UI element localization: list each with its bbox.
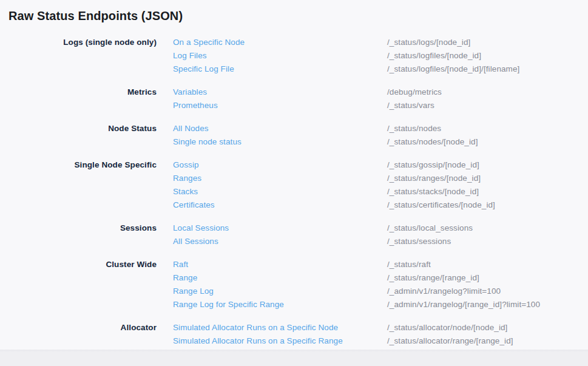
- category-label-cluster-wide: Cluster Wide: [0, 258, 157, 311]
- paths-column: /debug/metrics /_status/vars: [371, 86, 588, 112]
- endpoint-link-on-a-specific-node[interactable]: On a Specific Node: [173, 36, 371, 49]
- endpoint-path: /_status/logfiles/[node_id]: [387, 49, 588, 63]
- paths-column: /_status/raft /_status/range/[range_id] …: [371, 258, 588, 311]
- endpoint-path: /_status/sessions: [387, 235, 588, 248]
- endpoint-path: /_status/allocator/node/[node_id]: [387, 321, 588, 334]
- endpoint-path: /_status/vars: [387, 99, 588, 112]
- links-column: Simulated Allocator Runs on a Specific N…: [157, 321, 371, 348]
- endpoint-link-local-sessions[interactable]: Local Sessions: [173, 222, 371, 235]
- category-label-logs: Logs (single node only): [0, 36, 157, 76]
- paths-column: /_status/nodes /_status/nodes/[node_id]: [371, 122, 588, 149]
- endpoint-link-variables[interactable]: Variables: [173, 86, 371, 99]
- category-label-metrics: Metrics: [0, 86, 157, 112]
- endpoint-link-all-nodes[interactable]: All Nodes: [173, 122, 371, 135]
- endpoint-path: /_status/certificates/[node_id]: [387, 198, 588, 212]
- endpoint-path: /_status/gossip/[node_id]: [387, 158, 588, 172]
- endpoint-path: /_status/stacks/[node_id]: [387, 185, 588, 198]
- endpoint-link-specific-log-file[interactable]: Specific Log File: [173, 63, 371, 76]
- category-label-single-node-specific: Single Node Specific: [0, 158, 157, 212]
- endpoint-link-gossip[interactable]: Gossip: [173, 158, 371, 172]
- page-title: Raw Status Endpoints (JSON): [8, 7, 588, 24]
- endpoint-link-raft[interactable]: Raft: [173, 258, 371, 271]
- links-column: Raft Range Range Log Range Log for Speci…: [157, 258, 371, 311]
- endpoint-link-certificates[interactable]: Certificates: [173, 198, 371, 212]
- links-column: All Nodes Single node status: [157, 122, 371, 149]
- endpoint-link-single-node-status[interactable]: Single node status: [173, 135, 371, 149]
- endpoint-link-range-log[interactable]: Range Log: [173, 285, 371, 298]
- endpoint-path: /_status/nodes: [387, 122, 588, 135]
- endpoint-link-ranges[interactable]: Ranges: [173, 172, 371, 185]
- paths-column: /_status/logs/[node_id] /_status/logfile…: [371, 36, 588, 76]
- category-label-node-status: Node Status: [0, 122, 157, 149]
- endpoint-path: /debug/metrics: [387, 86, 588, 99]
- endpoint-link-range-log-for-specific-range[interactable]: Range Log for Specific Range: [173, 298, 371, 311]
- endpoint-link-log-files[interactable]: Log Files: [173, 49, 371, 63]
- endpoint-group-node-status: Node Status All Nodes Single node status…: [0, 122, 588, 149]
- endpoint-link-range[interactable]: Range: [173, 271, 371, 285]
- paths-column: /_status/gossip/[node_id] /_status/range…: [371, 158, 588, 212]
- endpoint-path: /_admin/v1/rangelog/[range_id]?limit=100: [387, 298, 588, 311]
- paths-column: /_status/allocator/node/[node_id] /_stat…: [371, 321, 588, 348]
- endpoint-link-stacks[interactable]: Stacks: [173, 185, 371, 198]
- endpoint-path: /_status/local_sessions: [387, 222, 588, 235]
- endpoint-link-simulated-allocator-range[interactable]: Simulated Allocator Runs on a Specific R…: [173, 334, 371, 348]
- endpoint-path: /_status/logs/[node_id]: [387, 36, 588, 49]
- endpoint-group-metrics: Metrics Variables Prometheus /debug/metr…: [0, 86, 588, 112]
- endpoint-path: /_status/ranges/[node_id]: [387, 172, 588, 185]
- endpoint-path: /_status/nodes/[node_id]: [387, 135, 588, 149]
- category-label-allocator: Allocator: [0, 321, 157, 348]
- endpoint-group-single-node-specific: Single Node Specific Gossip Ranges Stack…: [0, 158, 588, 212]
- endpoint-path: /_status/range/[range_id]: [387, 271, 588, 285]
- endpoint-path: /_status/logfiles/[node_id]/[filename]: [387, 63, 588, 76]
- endpoint-path: /_status/raft: [387, 258, 588, 271]
- endpoint-group-allocator: Allocator Simulated Allocator Runs on a …: [0, 321, 588, 348]
- endpoint-link-prometheus[interactable]: Prometheus: [173, 99, 371, 112]
- endpoint-group-cluster-wide: Cluster Wide Raft Range Range Log Range …: [0, 258, 588, 311]
- links-column: Local Sessions All Sessions: [157, 222, 371, 248]
- links-column: Gossip Ranges Stacks Certificates: [157, 158, 371, 212]
- endpoint-path: /_admin/v1/rangelog?limit=100: [387, 285, 588, 298]
- links-column: On a Specific Node Log Files Specific Lo…: [157, 36, 371, 76]
- links-column: Variables Prometheus: [157, 86, 371, 112]
- raw-status-endpoints-panel: Raw Status Endpoints (JSON) Logs (single…: [0, 0, 588, 350]
- endpoint-group-logs: Logs (single node only) On a Specific No…: [0, 36, 588, 76]
- endpoint-group-sessions: Sessions Local Sessions All Sessions /_s…: [0, 222, 588, 248]
- page-bottom-strip: [0, 350, 588, 366]
- category-label-sessions: Sessions: [0, 222, 157, 248]
- endpoint-link-all-sessions[interactable]: All Sessions: [173, 235, 371, 248]
- paths-column: /_status/local_sessions /_status/session…: [371, 222, 588, 248]
- endpoint-link-simulated-allocator-node[interactable]: Simulated Allocator Runs on a Specific N…: [173, 321, 371, 334]
- endpoint-path: /_status/allocator/range/[range_id]: [387, 334, 588, 348]
